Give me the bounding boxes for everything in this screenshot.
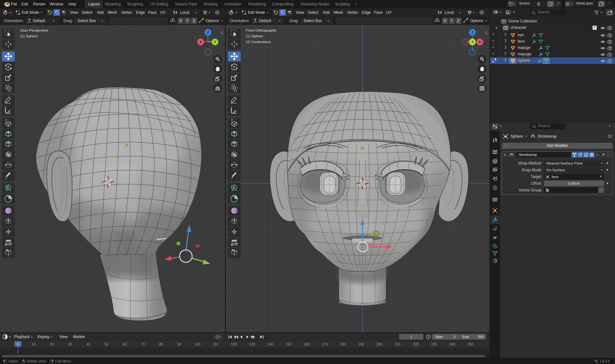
svg-text:Z: Z [471,30,474,34]
svg-text:Y: Y [214,40,216,44]
svg-text:X: X [478,40,481,44]
svg-text:Z: Z [207,30,209,34]
svg-text:X: X [199,40,202,44]
svg-text:-Y: -Y [471,40,474,44]
